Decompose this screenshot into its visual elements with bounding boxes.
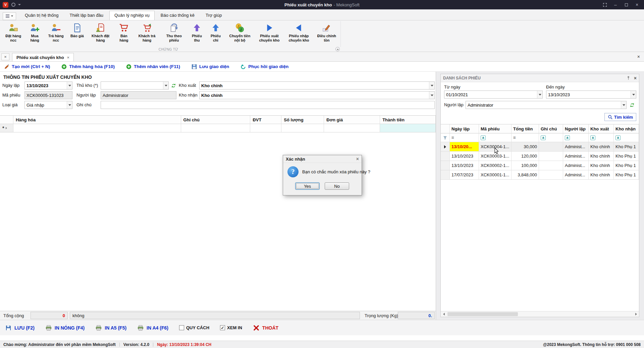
ribbon-item-khach-dat-hang[interactable]: Khách đặt hàng	[87, 22, 114, 43]
horizontal-scrollbar[interactable]	[441, 311, 639, 317]
restore-button[interactable]	[622, 1, 631, 8]
ribbon-item-phieu-thu[interactable]: Phiếu thu	[187, 22, 206, 43]
ngay-lap-input[interactable]	[25, 82, 67, 89]
cell-total[interactable]: 100,000	[512, 161, 539, 170]
cell-to[interactable]: Kho Phụ 1	[614, 161, 639, 170]
save-button[interactable]: LƯU (F2)	[5, 325, 35, 331]
ribbon-item-khach-tra-hang[interactable]: Khách trả hàng	[133, 22, 160, 43]
column-header-ghi-chu[interactable]: Ghi chú	[539, 124, 563, 133]
cell-creator[interactable]: Administ...	[563, 152, 589, 161]
refresh-icon[interactable]	[629, 101, 635, 109]
scroll-right-icon[interactable]	[633, 311, 639, 317]
panel-nguoi-lap-input[interactable]	[466, 101, 621, 109]
checkbox-unchecked-icon[interactable]	[179, 325, 184, 330]
tu-ngay-input[interactable]	[444, 91, 537, 98]
cell-total[interactable]: 120,000	[512, 152, 539, 161]
menu-grid-button[interactable]	[3, 12, 16, 20]
filter-cell-kho-xuat[interactable]: a	[589, 133, 614, 142]
no-button[interactable]: No	[325, 182, 349, 190]
kho-nhan-field[interactable]	[199, 91, 435, 99]
cell-from[interactable]: Kho chính	[589, 142, 614, 152]
column-header-so-luong[interactable]: Số lượng	[281, 116, 324, 124]
voucher-row[interactable]: 13/10/2023 XCK00002-1... 100,000 Adminis…	[441, 161, 639, 170]
create-new-button[interactable]: Tạo mới (Ctrl + N)	[4, 64, 50, 69]
cell-to[interactable]: Kho Phụ 1	[614, 170, 639, 180]
print-a4-button[interactable]: IN A4 (F6)	[137, 325, 168, 331]
cell-from[interactable]: Kho chính	[589, 152, 614, 161]
print-hot-button[interactable]: IN NÓNG (F4)	[45, 325, 85, 331]
cell-code[interactable]: XCK00002-1...	[479, 161, 512, 170]
print-a5-button[interactable]: IN A5 (F5)	[95, 325, 126, 331]
filter-cell-kho-nhan[interactable]: a	[614, 133, 639, 142]
ribbon-item-phieu-xuat-chuyen-kho[interactable]: Phiếu xuất chuyển kho	[255, 22, 284, 43]
column-header-kho-nhan[interactable]: Kho nhận	[614, 124, 639, 133]
ma-phieu-input[interactable]	[25, 92, 72, 99]
cell-to[interactable]: Kho Phụ 1	[614, 142, 639, 152]
cell-hang-hoa[interactable]	[13, 124, 181, 132]
ribbon-item-mua-hang[interactable]: Mua hàng	[25, 22, 44, 43]
tab-quan-tri-he-thong[interactable]: Quản trị hệ thống	[20, 11, 63, 20]
cell-date[interactable]: 13/10/20...	[450, 142, 479, 152]
ma-phieu-field[interactable]	[24, 91, 72, 99]
pin-icon[interactable]	[626, 76, 631, 80]
den-ngay-field[interactable]	[546, 91, 636, 99]
filter-cell-ma-phieu[interactable]: a	[479, 133, 512, 142]
ribbon-collapse-icon[interactable]	[335, 47, 340, 51]
column-header-ma-phieu[interactable]: Mã phiếu	[479, 124, 512, 133]
cell-to[interactable]: Kho Phụ 1	[614, 152, 639, 161]
filter-cell-tong-tien[interactable]: =	[512, 133, 539, 142]
close-window-button[interactable]: ×	[633, 1, 641, 8]
den-ngay-input[interactable]	[546, 91, 631, 98]
kho-xuat-input[interactable]	[200, 82, 429, 89]
fullscreen-icon[interactable]	[600, 1, 609, 8]
add-item-button[interactable]: Thêm hàng hóa (F10)	[61, 64, 115, 69]
loai-gia-field[interactable]	[24, 101, 72, 109]
cell-total[interactable]: 3,848,000	[512, 170, 539, 180]
close-panel-icon[interactable]: ×	[634, 76, 637, 80]
ghi-chu-input[interactable]	[101, 101, 434, 109]
refresh-icon[interactable]	[170, 82, 177, 89]
cell-so-luong[interactable]	[281, 124, 324, 132]
kho-xuat-field[interactable]	[199, 81, 435, 90]
ribbon-item-dieu-chinh-ton[interactable]: Điều chỉnh tồn	[314, 22, 340, 43]
chevron-down-icon[interactable]	[429, 92, 434, 99]
cell-from[interactable]: Kho chính	[589, 170, 614, 180]
column-header-tong-tien[interactable]: Tổng tiền	[512, 124, 539, 133]
cell-note[interactable]	[539, 142, 563, 152]
cell-date[interactable]: 13/10/2023	[450, 152, 479, 161]
restore-layout-button[interactable]: Phục hồi giao diện	[240, 64, 288, 69]
column-header-don-gia[interactable]: Đơn giá	[324, 116, 380, 124]
ngay-lap-field[interactable]	[24, 81, 72, 90]
cell-date[interactable]: 13/10/2023	[450, 161, 479, 170]
nguoi-lap-field[interactable]	[101, 91, 176, 99]
tab-quan-ly-nghiep-vu[interactable]: Quản lý nghiệp vụ	[109, 11, 155, 20]
filter-cell-ghi-chu[interactable]: a	[539, 133, 563, 142]
minimize-button[interactable]: –	[611, 1, 620, 8]
tab-bao-cao-thong-ke[interactable]: Báo cáo thống kê	[156, 11, 200, 20]
chevron-down-icon[interactable]	[429, 82, 434, 89]
add-employee-button[interactable]: Thêm nhân viên (F11)	[126, 64, 180, 69]
ribbon-item-tra-hang-ncc[interactable]: Trả hàng ncc	[44, 22, 68, 43]
chevron-down-icon[interactable]	[67, 101, 72, 109]
close-tab-icon[interactable]: ×	[67, 55, 70, 60]
ghi-chu-field[interactable]	[101, 101, 435, 109]
ribbon-item-thu-theo-phieu[interactable]: Thu theo phiếu	[161, 22, 187, 43]
save-layout-button[interactable]: Lưu giao diện	[192, 64, 229, 69]
chevron-down-icon[interactable]	[163, 82, 168, 89]
cell-creator[interactable]: Administ...	[563, 142, 589, 152]
column-header-dvt[interactable]: ĐVT	[250, 116, 281, 124]
yes-button[interactable]: Yes	[295, 182, 320, 190]
cell-date[interactable]: 17/07/2023	[450, 170, 479, 180]
tu-ngay-field[interactable]	[444, 91, 543, 99]
chevron-down-icon[interactable]	[631, 91, 636, 98]
thu-kho-input[interactable]	[101, 82, 163, 89]
nguoi-lap-input[interactable]	[101, 92, 176, 99]
cell-creator[interactable]: Administ...	[563, 170, 589, 180]
panel-nguoi-lap-field[interactable]	[466, 101, 627, 109]
dialog-close-icon[interactable]: ×	[356, 157, 359, 161]
search-button[interactable]: Tìm kiếm	[604, 113, 636, 121]
voucher-row[interactable]: 17/07/2023 XCK00001-1... 3,848,000 Admin…	[441, 170, 639, 180]
close-pane-button[interactable]: ×	[635, 54, 642, 59]
cell-dvt[interactable]	[250, 124, 281, 132]
column-header-hang-hoa[interactable]: Hàng hóa	[13, 116, 181, 124]
